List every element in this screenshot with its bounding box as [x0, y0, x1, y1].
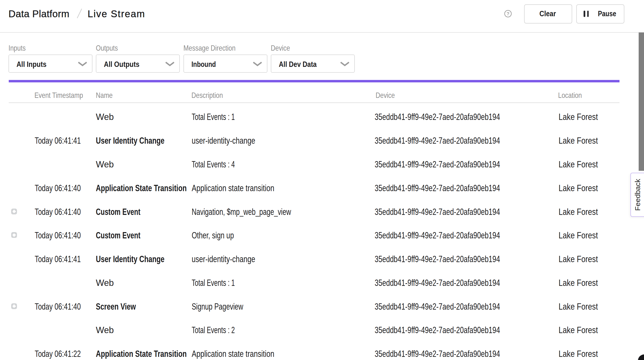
svg-text:?: ? [507, 11, 510, 16]
